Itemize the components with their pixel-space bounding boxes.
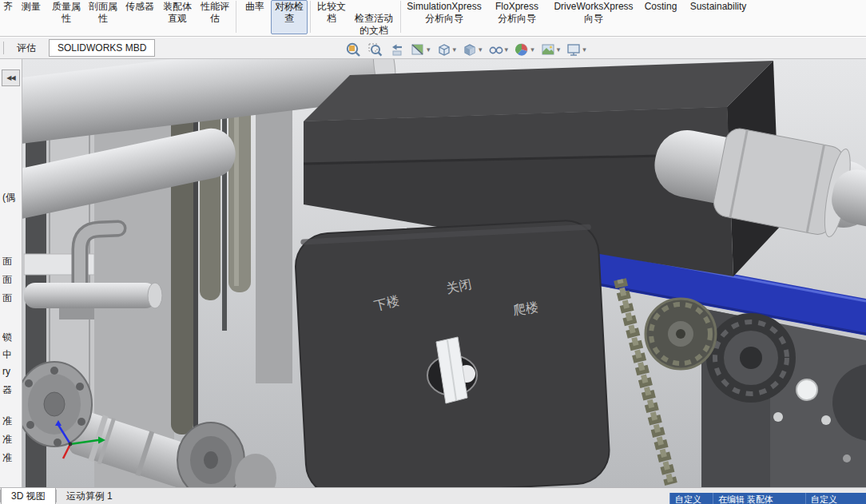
tree-item[interactable]: 锁 [2, 331, 12, 344]
chevron-down-icon[interactable]: ▾ [530, 46, 534, 54]
tree-item[interactable]: 面 [2, 255, 12, 268]
ribbon-button-symmetry-check[interactable]: 对称检 查 [271, 0, 308, 34]
section-view-icon [410, 42, 426, 58]
ribbon-button-curvature[interactable]: 曲率 [239, 0, 271, 13]
ribbon-button-mass-properties[interactable]: 质量属 性 [48, 0, 85, 25]
apply-scene-button[interactable]: ▾ [540, 42, 561, 58]
ribbon-button-section-properties[interactable]: 剖面属 性 [85, 0, 121, 25]
zoom-to-area-icon [367, 42, 383, 58]
view-settings-button[interactable]: ▾ [566, 42, 586, 58]
tab-motion-study-1[interactable]: 运动算例 1 [57, 488, 122, 504]
cad-model: 下楼 关闭 爬楼 [22, 59, 866, 487]
chevron-down-icon[interactable]: ▾ [582, 46, 586, 54]
previous-view-icon [388, 42, 404, 58]
ribbon-button-simulationxpress-wizard[interactable]: SimulationXpress 分析向导 [403, 0, 485, 25]
hide-show-items-button[interactable]: ▾ [488, 42, 509, 58]
ribbon-divider [236, 1, 236, 33]
collapse-panel-button[interactable]: ◀◀ [2, 69, 20, 86]
tree-item[interactable]: ry [2, 366, 10, 377]
chevron-down-icon[interactable]: ▾ [505, 46, 509, 54]
tab-3d-view[interactable]: 3D 视图 [1, 488, 56, 504]
apply-scene-icon [540, 42, 556, 58]
edit-appearance-button[interactable]: ▾ [514, 42, 534, 58]
previous-view-button[interactable] [388, 42, 404, 58]
status-customize-button[interactable]: 自定义 [805, 493, 866, 504]
section-view-button[interactable]: ▾ [410, 42, 431, 58]
tree-item[interactable]: 准 [2, 433, 12, 446]
view-settings-icon [566, 42, 582, 58]
tree-item[interactable]: 面 [2, 292, 12, 305]
ribbon-divider [400, 1, 401, 33]
tree-item[interactable]: 器 [2, 383, 12, 397]
ribbon-button-assembly-visualization[interactable]: 装配体 直观 [158, 0, 197, 25]
status-customize-left[interactable]: 自定义 [669, 493, 713, 504]
chevron-down-icon[interactable]: ▾ [479, 46, 483, 54]
ribbon-button-align[interactable]: 齐 [2, 0, 14, 13]
ribbon-button-costing[interactable]: Costing [638, 0, 683, 13]
tree-item[interactable]: 中 [2, 348, 12, 362]
tree-item[interactable]: 面 [2, 273, 12, 287]
feature-manager-strip[interactable]: ◀◀ (偶 面 面 面 锁 中 ry 器 准 准 准 [0, 59, 22, 487]
ribbon-button-compare-documents[interactable]: 比较文 档 [313, 0, 350, 25]
display-style-button[interactable]: ▾ [462, 42, 483, 58]
zoom-to-area-button[interactable] [367, 42, 383, 58]
ribbon-button-driveworksxpress-wizard[interactable]: DriveWorksXpress 向导 [549, 0, 638, 25]
ribbon-button-sustainability[interactable]: Sustainability [683, 0, 753, 13]
display-style-icon [462, 42, 478, 58]
status-editing-assembly: 在编辑 装配体 [713, 493, 805, 504]
chevron-down-icon[interactable]: ▾ [453, 46, 457, 54]
model-sprocket [646, 299, 716, 369]
ribbon-button-sensors[interactable]: 传感器 [121, 0, 158, 13]
ribbon-divider [310, 1, 311, 33]
ribbon-button-measure[interactable]: 测量 [14, 0, 48, 13]
ribbon-toolbar: 齐 测量 质量属 性 剖面属 性 传感器 装配体 直观 性能评 估 曲率 对称检… [0, 0, 866, 37]
tree-item[interactable]: 准 [2, 415, 12, 428]
tab-separator [3, 42, 4, 54]
tree-item[interactable]: 准 [2, 451, 12, 465]
chevron-down-icon[interactable]: ▾ [427, 46, 431, 54]
tree-item[interactable]: (偶 [2, 191, 15, 204]
zoom-to-fit-icon [345, 42, 361, 58]
ribbon-button-floxpress-wizard[interactable]: FloXpress 分析向导 [485, 0, 549, 25]
hide-show-items-icon [488, 42, 504, 58]
tab-solidworks-mbd[interactable]: SOLIDWORKS MBD [49, 39, 155, 57]
view-orientation-button[interactable]: ▾ [436, 42, 457, 58]
3d-viewport[interactable]: ◀◀ (偶 面 面 面 锁 中 ry 器 准 准 准 [0, 59, 866, 487]
chevron-down-icon[interactable]: ▾ [557, 46, 561, 54]
edit-appearance-icon [514, 42, 530, 58]
status-bar: 自定义 在编辑 装配体 自定义 [669, 493, 866, 504]
tab-evaluate[interactable]: 评估 [9, 39, 44, 58]
ribbon-button-performance-evaluation[interactable]: 性能评 估 [197, 0, 233, 25]
heads-up-view-toolbar: ▾ ▾ ▾ ▾ ▾ ▾ ▾ [345, 40, 586, 59]
view-orientation-icon [436, 42, 452, 58]
zoom-to-fit-button[interactable] [345, 42, 361, 58]
